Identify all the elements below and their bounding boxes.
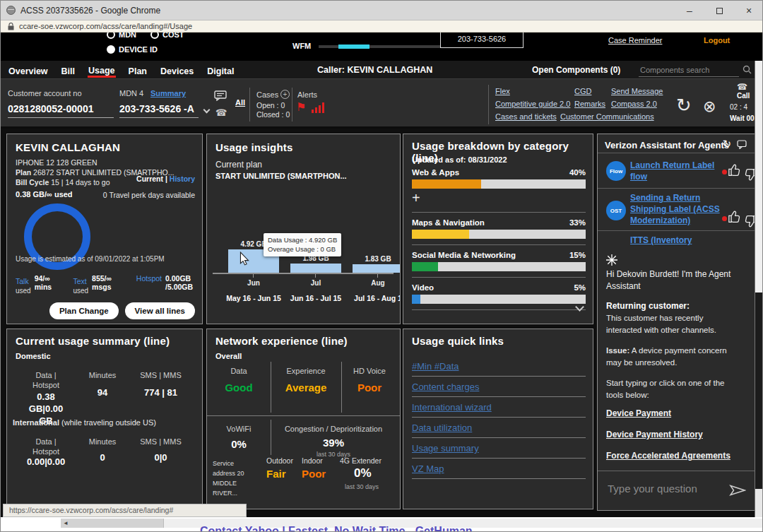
indoor-label: Indoor bbox=[302, 456, 323, 465]
divider bbox=[598, 230, 755, 231]
text-used-label: used bbox=[73, 287, 88, 295]
tab-plan[interactable]: Plan bbox=[128, 63, 148, 78]
thumbs-up-icon[interactable] bbox=[728, 211, 742, 223]
chat-icon[interactable] bbox=[214, 90, 227, 101]
domestic-data-hotspot-label: Data | Hotspot bbox=[21, 370, 71, 391]
search-icon[interactable] bbox=[743, 65, 752, 74]
assistant-question-input[interactable] bbox=[606, 482, 723, 495]
tab-bill[interactable]: Bill bbox=[61, 63, 76, 78]
refresh-icon[interactable]: ↻ bbox=[676, 95, 692, 117]
add-case-icon[interactable]: + bbox=[280, 90, 290, 99]
send-message-link[interactable]: Send Message bbox=[611, 87, 663, 95]
background-window-strip: ◄ Contact Yahoo | Fastest, No Wait Time … bbox=[1, 517, 763, 532]
customer-name: KEVIN CALLAGHAN bbox=[16, 141, 120, 153]
call-phone-icon: ☎ bbox=[737, 82, 747, 92]
quick-link-min-data[interactable]: #Min #Data bbox=[412, 356, 586, 377]
divider bbox=[412, 309, 586, 310]
signal-bars-icon[interactable] bbox=[312, 102, 324, 113]
force-accelerated-agreements-link[interactable]: Force Accelerated Agreements bbox=[606, 451, 731, 461]
account-number-value[interactable]: 0281280052-00001 bbox=[8, 103, 114, 118]
flex-link[interactable]: Flex bbox=[495, 87, 510, 95]
window-minimize-button[interactable]: – bbox=[675, 1, 704, 20]
new-indicator-dot bbox=[722, 216, 727, 221]
dial-phone-icon[interactable]: ☎ bbox=[215, 107, 227, 118]
open-components-label[interactable]: Open Components (0) bbox=[532, 65, 620, 75]
current-link[interactable]: Current bbox=[136, 175, 163, 183]
expand-plus-button[interactable]: + bbox=[412, 190, 586, 206]
quick-link-content-charges[interactable]: Content charges bbox=[412, 377, 586, 397]
quick-links-panel: Usage quick links #Min #Data Content cha… bbox=[403, 329, 593, 509]
vertical-scrollbar[interactable] bbox=[755, 61, 763, 517]
logout-link[interactable]: Logout bbox=[704, 36, 730, 45]
extender-value: 0% bbox=[354, 466, 372, 480]
assistant-refresh-icon[interactable]: ↻ bbox=[722, 138, 731, 150]
assistant-tool-link[interactable]: ITTS (Inventory bbox=[630, 235, 743, 246]
tooltip-data-usage: Data Usage : 4.920 GB bbox=[268, 235, 337, 244]
quick-link-vz-map[interactable]: VZ Map bbox=[412, 459, 586, 479]
x-axis bbox=[213, 273, 394, 274]
tab-digital[interactable]: Digital bbox=[206, 63, 235, 78]
scroll-left-arrow-icon[interactable]: ◄ bbox=[63, 520, 69, 526]
tab-devices[interactable]: Devices bbox=[160, 63, 194, 78]
thumbs-up-icon[interactable] bbox=[728, 164, 742, 177]
header-phone-box[interactable]: 203-733-5626 bbox=[440, 32, 524, 48]
caller-label: Caller: KEVIN CALLAGHAN bbox=[317, 65, 432, 75]
toggle-divider: | bbox=[165, 175, 167, 183]
history-link[interactable]: History bbox=[170, 175, 195, 183]
remarks-link[interactable]: Remarks bbox=[574, 100, 605, 108]
customer-communications-link[interactable]: Customer Communications bbox=[560, 112, 654, 121]
cgd-link[interactable]: CGD bbox=[574, 87, 591, 95]
window-close-button[interactable]: × bbox=[734, 1, 763, 20]
plan-change-button[interactable]: Plan Change bbox=[49, 302, 119, 319]
x-tick-aug: Aug bbox=[353, 279, 401, 287]
send-icon[interactable] bbox=[729, 485, 746, 496]
category-bar bbox=[412, 230, 586, 239]
quick-link-usage-summary[interactable]: Usage summary bbox=[412, 438, 586, 459]
compass-link[interactable]: Compass 2.0 bbox=[611, 100, 657, 108]
background-page-headline[interactable]: Contact Yahoo | Fastest, No Wait Time - … bbox=[200, 525, 473, 532]
quick-link-international-wizard[interactable]: International wizard bbox=[412, 397, 586, 418]
cases-and-tickets-link[interactable]: Cases and tickets bbox=[495, 112, 557, 121]
device-name: IPHONE 12 128 GREEN bbox=[16, 158, 97, 167]
bar-group-aug[interactable]: 1.83 GB bbox=[353, 230, 401, 273]
device-id-radio[interactable]: DEVICE ID bbox=[107, 42, 158, 55]
hotspot-link[interactable]: Hotspot bbox=[136, 274, 162, 295]
competitive-guide-link[interactable]: Competitive guide 2.0 bbox=[495, 100, 570, 108]
vertical-scrollbar-thumb[interactable] bbox=[755, 61, 763, 292]
mdn-value[interactable]: 203-733-5626 -A bbox=[119, 103, 199, 118]
account-bar: Customer account no 0281280052-00001 MDN… bbox=[1, 79, 763, 129]
device-payment-link[interactable]: Device Payment bbox=[606, 408, 671, 418]
mdn-chevron-down-icon[interactable] bbox=[203, 107, 211, 114]
alert-flag-icon[interactable]: ⚑ bbox=[296, 100, 306, 114]
assistant-panel: Verizon Assistant for Agents ↻ Flow Laun… bbox=[597, 134, 756, 511]
all-link[interactable]: All bbox=[235, 98, 245, 107]
summary-link[interactable]: Summary bbox=[150, 89, 186, 97]
components-search-input[interactable] bbox=[639, 63, 739, 77]
url-bar[interactable]: ccare-soe.vzwcorp.com/acss/care/landing#… bbox=[1, 20, 763, 32]
tab-usage[interactable]: Usage bbox=[88, 62, 116, 78]
returning-customer-text: This customer has recently interacted wi… bbox=[606, 312, 739, 336]
vowifi-label: VoWiFi bbox=[207, 424, 271, 434]
category-name: Web & Apps bbox=[412, 168, 459, 177]
view-all-lines-button[interactable]: View all lines bbox=[125, 302, 195, 319]
window-maximize-button[interactable] bbox=[704, 1, 734, 20]
issue-text: Issue: A device payment concern may be u… bbox=[606, 345, 742, 368]
case-reminder-link[interactable]: Case Reminder bbox=[608, 36, 662, 45]
tab-overview[interactable]: Overview bbox=[8, 63, 49, 78]
intl-minutes-label: Minutes bbox=[81, 437, 124, 447]
quick-link-data-utilization[interactable]: Data utilization bbox=[412, 418, 586, 438]
device-payment-history-link[interactable]: Device Payment History bbox=[606, 430, 703, 439]
close-circle-icon[interactable]: ⊗ bbox=[703, 97, 716, 116]
category-name: Maps & Navigation bbox=[412, 218, 485, 227]
talk-link[interactable]: Talk bbox=[16, 277, 29, 285]
mdn-radio[interactable]: MDN bbox=[107, 32, 136, 40]
cost-radio[interactable]: COST bbox=[150, 32, 184, 40]
assistant-tool-link[interactable]: Launch Return Label flow bbox=[630, 160, 718, 182]
assistant-chat-icon[interactable] bbox=[737, 140, 747, 149]
bill-cycle-value: 15 | 14 days to go bbox=[51, 178, 110, 187]
quick-links-title: Usage quick links bbox=[412, 335, 504, 347]
text-link[interactable]: Text bbox=[73, 277, 86, 285]
wfm-slider[interactable] bbox=[319, 45, 440, 48]
assistant-tool-link[interactable]: Sending a Return Shipping Label (ACSS Mo… bbox=[630, 192, 721, 227]
wait-timer: Wait 00 bbox=[730, 114, 755, 122]
